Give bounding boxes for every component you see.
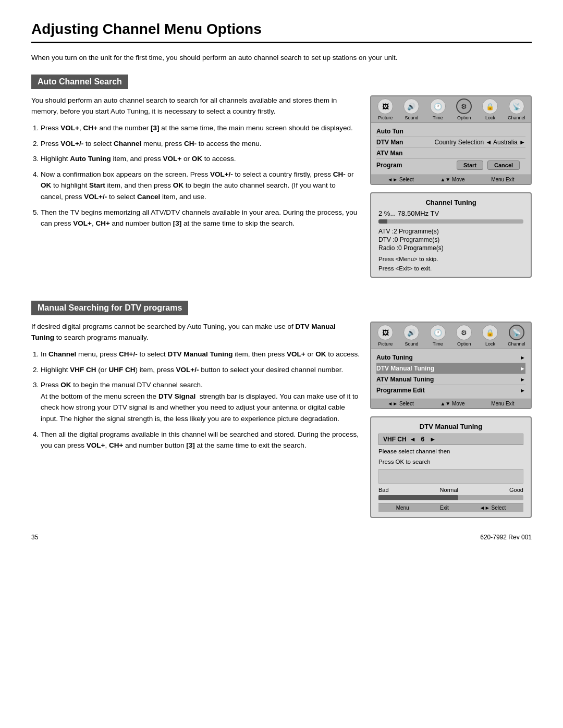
channel-icon: 📡 — [509, 98, 524, 114]
manual-section-content: If desired digital programs cannot be se… — [31, 322, 532, 518]
step-item: Highlight Auto Tuning item, and press VO… — [41, 153, 360, 165]
manual-steps: In Channel menu, press CH+/- to select D… — [31, 349, 360, 451]
manual-step-1: In Channel menu, press CH+/- to select D… — [41, 349, 360, 360]
menu-row-autotuning-2: Auto Tuning ► — [376, 352, 525, 363]
option-icon-2: ⚙ — [456, 325, 472, 340]
lock-icon: 🔒 — [482, 98, 498, 114]
menu-icon-picture-2: 🖼 Picture — [374, 325, 397, 347]
manual-desc: If desired digital programs cannot be se… — [31, 322, 360, 343]
channel-icon-2: 📡 — [509, 325, 524, 340]
page-footer: 35 620-7992 Rev 001 — [31, 534, 532, 541]
menu-footer-1: ◄► Select ▲▼ Move Menu Exit — [371, 175, 531, 184]
menu-icon-time-2: 🕐 Time — [426, 325, 449, 347]
dtv-footer-menu: Menu — [396, 505, 409, 511]
picture-icon-2: 🖼 — [377, 325, 393, 340]
step-item: Then the TV begins memorizing all ATV/DT… — [41, 207, 360, 229]
auto-channel-right: 🖼 Picture 🔊 Sound 🕐 Time ⚙ Option — [370, 95, 532, 285]
radio-stat: Radio :0 Programme(s) — [378, 244, 523, 252]
intro-text: When you turn on the unit for the first … — [31, 53, 532, 63]
tuning-progress-bar — [378, 219, 523, 224]
quality-bad: Bad — [378, 487, 389, 493]
picture-icon: 🖼 — [377, 98, 393, 114]
menu-icon-sound-2: 🔊 Sound — [400, 325, 423, 347]
menu-icon-time: 🕐 Time — [426, 98, 449, 120]
menu-body-1: Auto Tun DTV Man Country Selection ◄ Aus… — [371, 123, 531, 175]
menu-ui-2: 🖼 Picture 🔊 Sound 🕐 Time ⚙ Option — [370, 322, 532, 409]
dtv-quality-labels: Bad Normal Good — [378, 487, 523, 493]
time-icon-2: 🕐 — [430, 325, 446, 340]
dtv-signal-bar — [378, 495, 523, 500]
dtv-desc-1: Please select channel then — [378, 448, 523, 454]
dtv-ch-right-arrow: ► — [430, 436, 436, 443]
lock-icon-2: 🔒 — [482, 325, 498, 340]
time-icon: 🕐 — [430, 98, 446, 114]
menu-icon-channel: 📡 Channel — [505, 98, 528, 120]
quality-normal: Normal — [440, 487, 458, 493]
dtv-desc-2: Press OK to search — [378, 459, 523, 465]
step-item: Press VOL+, CH+ and the number [3] at th… — [41, 122, 360, 134]
manual-step-2: Highlight VHF CH (or UHF CH) item, press… — [41, 364, 360, 376]
dtv-ch-row: VHF CH ◄ 6 ► — [378, 434, 523, 445]
menu-icon-option-2: ⚙ Option — [452, 325, 475, 347]
cancel-button[interactable]: Cancel — [487, 161, 520, 170]
auto-channel-desc: You should perform an auto channel searc… — [31, 95, 360, 117]
manual-step-4: Then all the digital programs available … — [41, 429, 360, 451]
menu-icon-picture: 🖼 Picture — [374, 98, 397, 120]
menu-ui-1: 🖼 Picture 🔊 Sound 🕐 Time ⚙ Option — [370, 95, 532, 185]
channel-tuning-box: Channel Tuning 2 %... 78.50MHz TV ATV :2… — [370, 192, 532, 278]
dtv-ch-number: 6 — [421, 436, 425, 443]
dtv-stat: DTV :0 Programme(s) — [378, 236, 523, 243]
manual-section: Manual Searching for DTV programs If des… — [31, 301, 532, 518]
tuning-note-2: Press <Exit> to exit. — [378, 265, 523, 272]
manual-right: 🖼 Picture 🔊 Sound 🕐 Time ⚙ Option — [370, 322, 532, 518]
menu-row-programme-edit: Programme Edit ► — [376, 385, 525, 396]
tuning-stats: ATV :2 Programme(s) DTV :0 Programme(s) … — [378, 228, 523, 252]
dtv-signal-fill — [378, 495, 458, 500]
quality-good: Good — [509, 487, 523, 493]
dtv-ch-label: VHF CH — [383, 436, 407, 443]
sound-icon-2: 🔊 — [403, 325, 419, 340]
dtv-signal-area — [378, 469, 523, 484]
menu-row-program: Program Start Cancel — [376, 159, 525, 171]
auto-channel-content: You should perform an auto channel searc… — [31, 95, 532, 285]
manual-section-header: Manual Searching for DTV programs — [31, 301, 188, 315]
dtv-footer: Menu Exit ◄► Select — [378, 503, 523, 512]
menu-icon-lock: 🔒 Lock — [479, 98, 501, 120]
auto-channel-section: Auto Channel Search You should perform a… — [31, 75, 532, 285]
step-item: Now a confirmation box appears on the sc… — [41, 169, 360, 203]
menu-body-2: Auto Tuning ► DTV Manual Tuning ► ATV Ma… — [371, 349, 531, 399]
menu-icon-channel-2: 📡 Channel — [505, 325, 528, 347]
start-button[interactable]: Start — [457, 161, 483, 170]
auto-channel-steps: Press VOL+, CH+ and the number [3] at th… — [31, 122, 360, 229]
tuning-note-1: Press <Menu> to skip. — [378, 256, 523, 262]
menu-icon-sound: 🔊 Sound — [400, 98, 423, 120]
manual-step-3: Press OK to begin the manual DTV channel… — [41, 379, 360, 424]
menu-icon-option: ⚙ Option — [452, 98, 475, 120]
auto-channel-header: Auto Channel Search — [31, 75, 128, 89]
menu-icons-row-1: 🖼 Picture 🔊 Sound 🕐 Time ⚙ Option — [371, 96, 531, 123]
menu-icons-row-2: 🖼 Picture 🔊 Sound 🕐 Time ⚙ Option — [371, 323, 531, 349]
sound-icon: 🔊 — [403, 98, 419, 114]
atv-stat: ATV :2 Programme(s) — [378, 228, 523, 235]
menu-row-dtv: DTV Man Country Selection ◄ Australia ► — [376, 137, 525, 148]
dtv-title: DTV Manual Tuning — [378, 423, 523, 430]
tuning-progress-fill — [378, 219, 387, 224]
menu-icon-lock-2: 🔒 Lock — [479, 325, 501, 347]
dtv-manual-tuning-box: DTV Manual Tuning VHF CH ◄ 6 ► Please se… — [370, 416, 532, 518]
menu-footer-2: ◄► Select ▲▼ Move Menu Exit — [371, 399, 531, 408]
dtv-footer-select: ◄► Select — [480, 505, 506, 511]
page-code: 620-7992 Rev 001 — [480, 534, 532, 541]
page-number: 35 — [31, 534, 38, 541]
dtv-footer-exit: Exit — [440, 505, 449, 511]
tuning-title: Channel Tuning — [378, 199, 523, 206]
option-icon: ⚙ — [456, 98, 472, 114]
menu-row-autotuning: Auto Tun — [376, 126, 525, 137]
auto-channel-left: You should perform an auto channel searc… — [31, 95, 360, 285]
dtv-ch-left-arrow: ◄ — [410, 436, 416, 443]
menu-row-atv: ATV Man — [376, 148, 525, 159]
page-title: Adjusting Channel Menu Options — [31, 21, 532, 43]
menu-row-atv-manual: ATV Manual Tuning ► — [376, 374, 525, 385]
tuning-freq: 2 %... 78.50MHz TV — [378, 209, 523, 217]
step-item: Press VOL+/- to select Channel menu, pre… — [41, 138, 360, 150]
manual-left: If desired digital programs cannot be se… — [31, 322, 360, 518]
